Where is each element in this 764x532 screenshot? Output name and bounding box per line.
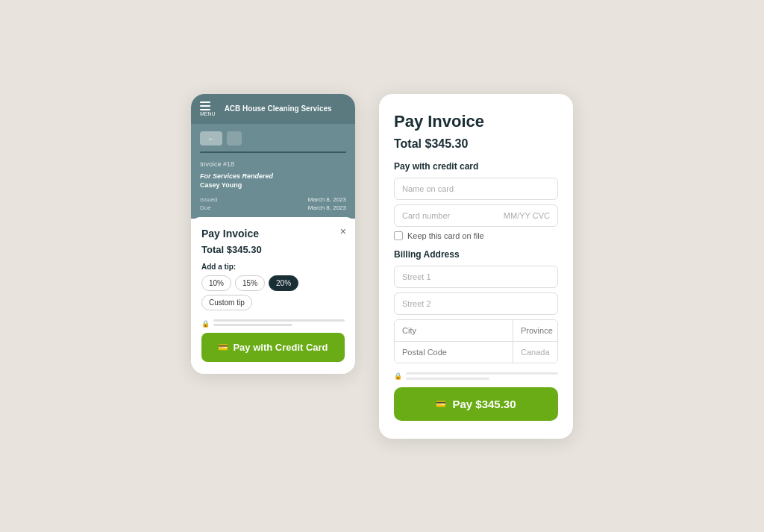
keep-card-checkbox[interactable] [394,231,403,240]
street2-input[interactable] [394,292,558,315]
invoice-number: Invoice #18 [200,160,346,168]
secure-row: 🔒 [201,319,345,328]
right-panel-card: Pay Invoice Total $345.30 Pay with credi… [379,94,573,439]
payment-modal: × Pay Invoice Total $345.30 Add a tip: 1… [191,217,355,374]
issued-label: Issued [200,196,272,203]
keep-card-label: Keep this card on file [407,231,484,240]
lock-icon: 🔒 [201,320,210,328]
page-title: Pay Invoice [394,112,558,131]
tab-indicator [200,151,346,153]
name-on-card-input[interactable] [394,178,558,200]
right-secure-line-1 [406,372,558,375]
pay-credit-card-button[interactable]: 💳 Pay with Credit Card [201,333,345,362]
card-number-row: Card number MM/YY CVC [394,204,558,227]
tip-15-button[interactable]: 15% [235,275,265,291]
right-secure-row: 🔒 [394,372,558,380]
city-province-row [395,320,557,341]
invoice-client-name: Casey Young [200,181,346,189]
address-grid [394,319,558,363]
expiry-cvc-label: MM/YY CVC [504,211,550,220]
menu-button[interactable]: MENU [200,101,216,116]
tip-options: 10% 15% 20% Custom tip [201,275,345,310]
app-title: ACB House Cleaning Services [225,104,332,113]
tip-custom-button[interactable]: Custom tip [201,295,252,310]
pay-card-icon: 💳 [436,399,446,409]
card-number-placeholder: Card number [402,211,499,220]
secure-lines [213,319,345,328]
tip-20-button[interactable]: 20% [269,275,298,291]
keep-card-row: Keep this card on file [394,231,558,240]
invoice-preview: ← Invoice #18 For Services Rendered Case… [191,124,355,219]
hamburger-icon [200,101,216,110]
modal-total: Total $345.30 [201,244,345,255]
forward-button[interactable] [227,131,242,145]
invoice-service-label: For Services Rendered [200,172,346,180]
modal-title: Pay Invoice [201,228,345,240]
postal-code-input[interactable] [395,342,513,363]
right-secure-lines [406,372,558,380]
street1-input[interactable] [394,266,558,288]
invoice-dates: Issued March 8, 2023 Due March 8, 2023 [200,196,346,211]
tip-label: Add a tip: [201,263,345,271]
card-section-label: Pay with credit card [394,161,558,172]
nav-buttons: ← [200,131,346,145]
city-input[interactable] [395,320,513,341]
due-label: Due [200,204,272,211]
pay-full-label: Pay $345.30 [452,398,516,410]
pay-full-button[interactable]: 💳 Pay $345.30 [394,387,558,421]
right-secure-line-2 [406,378,489,380]
back-button[interactable]: ← [200,131,222,145]
close-button[interactable]: × [340,226,346,237]
app-header: MENU ACB House Cleaning Services [191,94,355,124]
country-input[interactable] [513,342,558,363]
province-input[interactable] [513,320,558,341]
left-phone-card: MENU ACB House Cleaning Services ← Invoi… [191,94,355,374]
issued-date: March 8, 2023 [274,196,346,203]
tip-10-button[interactable]: 10% [201,275,231,291]
menu-label: MENU [200,111,216,116]
billing-section-label: Billing Address [394,249,558,260]
secure-line-1 [213,319,345,322]
postal-country-row [395,341,557,363]
right-lock-icon: 🔒 [394,372,402,380]
pay-button-label: Pay with Credit Card [233,342,328,353]
secure-line-2 [213,324,292,326]
total-amount: Total $345.30 [394,137,558,151]
due-date: March 8, 2023 [274,204,346,211]
credit-card-icon: 💳 [218,342,228,352]
